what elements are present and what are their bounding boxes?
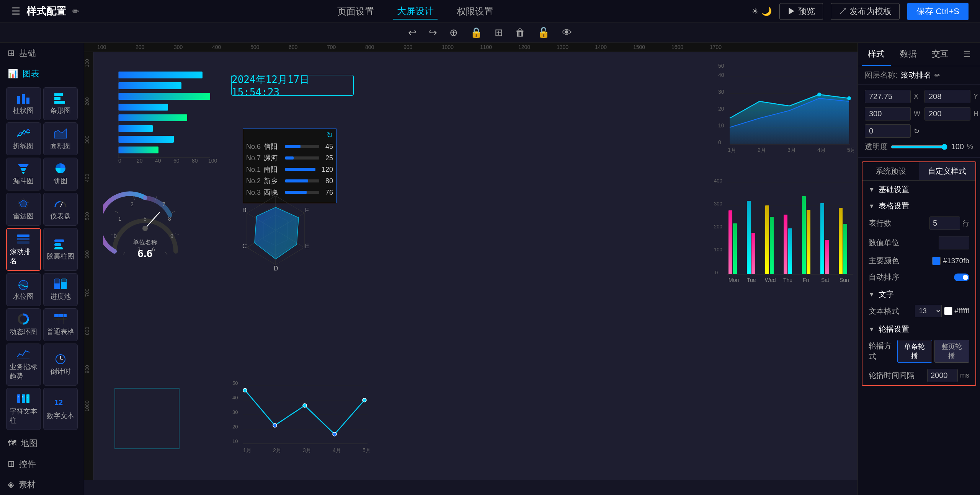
basic-label: 基础 [19, 47, 36, 59]
eye-icon[interactable]: 👁 [559, 25, 575, 40]
chart-btn-bar[interactable]: 柱状图 [6, 87, 41, 120]
tab-system-preset[interactable]: 系统预设 [862, 162, 919, 180]
widget-hbar-chart[interactable]: 0 20 40 60 80 100 [103, 64, 217, 182]
sidebar-item-control[interactable]: ⊞ 控件 [0, 454, 84, 474]
chart-btn-funnel[interactable]: 漏斗图 [6, 158, 41, 191]
svg-text:1700: 1700 [710, 44, 722, 50]
copy-icon[interactable]: ⊞ [492, 25, 506, 40]
chart-btn-radar[interactable]: 雷达图 [6, 193, 41, 226]
widget-datetime[interactable]: 2024年12月17日 15:54:23 [231, 75, 354, 96]
svg-text:3月: 3月 [303, 447, 311, 453]
layer-name-edit-icon[interactable]: ✏ [934, 71, 940, 80]
svg-text:1: 1 [118, 216, 121, 222]
widget-radar[interactable]: A F E D C B [235, 190, 315, 270]
text-color-swatch[interactable] [944, 307, 952, 315]
svg-text:200: 200 [84, 97, 90, 106]
chart-btn-area[interactable]: 面积图 [43, 122, 78, 155]
carousel-interval-input[interactable] [927, 369, 958, 382]
widget-line-chart[interactable]: 10 20 30 40 50 [231, 371, 369, 461]
opacity-label: 透明度 [865, 142, 888, 152]
chart-btn-line[interactable]: 折线图 [6, 122, 41, 155]
widget-grouped-bar[interactable]: 0 100 200 300 400 [713, 171, 854, 297]
line-label: 折线图 [13, 141, 34, 150]
chart-btn-pie[interactable]: 饼图 [43, 158, 78, 191]
delete-icon[interactable]: 🗑 [512, 25, 528, 40]
position-section: X Y W H 🔗 ↻ 透明度 100 % [858, 85, 980, 158]
chart-btn-table[interactable]: 普通表格 [43, 308, 78, 341]
publish-button[interactable]: ↗ 发布为模板 [831, 3, 900, 20]
chartext-label: 字符文本柱 [10, 407, 38, 425]
chart-btn-hbar[interactable]: 条形图 [43, 87, 78, 120]
add-icon[interactable]: ⊕ [446, 25, 461, 40]
svg-rect-74 [118, 104, 168, 111]
edit-icon[interactable]: ✏ [72, 7, 79, 16]
sun-icon[interactable]: ☀ [751, 7, 759, 16]
svg-rect-154 [728, 210, 732, 274]
sidebar-item-charts[interactable]: 📊 图表 [0, 64, 84, 84]
radar-label: 雷达图 [13, 212, 34, 221]
tab-permissions[interactable]: 权限设置 [453, 4, 497, 19]
svg-text:1300: 1300 [557, 44, 568, 50]
canvas-content[interactable]: 0 20 40 60 80 100 [93, 52, 858, 480]
sidebar-item-map[interactable]: 🗺 地图 [0, 433, 84, 454]
chart-btn-ring[interactable]: 动态环图 [6, 308, 41, 341]
svg-rect-163 [807, 210, 810, 274]
chart-btn-gauge[interactable]: 仪表盘 [43, 193, 78, 226]
unlock-icon[interactable]: 🔓 [534, 25, 553, 40]
refresh-icon[interactable]: ↻ [327, 130, 333, 140]
chart-btn-pool[interactable]: 进度池 [43, 273, 78, 306]
tab-screen-design[interactable]: 大屏设计 [393, 3, 438, 20]
panel-tab-data[interactable]: 数据 [894, 43, 923, 66]
chart-btn-capsule[interactable]: 胶囊柱图 [43, 228, 78, 271]
panel-tab-interaction[interactable]: 交互 [926, 43, 955, 66]
color-swatch[interactable] [932, 257, 941, 265]
chart-btn-numtext[interactable]: 12 数字文本 [43, 388, 78, 430]
opacity-unit: % [967, 143, 973, 151]
widget-empty-box[interactable] [114, 388, 180, 449]
sidebar-item-basic[interactable]: ⊞ 基础 [0, 43, 84, 64]
chart-btn-metric[interactable]: 业务指标趋势 [6, 344, 41, 386]
h-field[interactable] [924, 107, 970, 120]
svg-line-114 [165, 252, 167, 255]
auto-sort-toggle[interactable] [954, 274, 969, 281]
undo-icon[interactable]: ↩ [405, 25, 420, 40]
panel-tab-style[interactable]: 样式 [862, 43, 891, 66]
carousel-single-btn[interactable]: 单条轮播 [897, 340, 932, 363]
svg-text:300: 300 [84, 135, 90, 144]
svg-line-113 [175, 234, 179, 234]
save-button[interactable]: 保存 Ctrl+S [907, 3, 969, 20]
tab-page-settings[interactable]: 页面设置 [333, 4, 378, 19]
font-size-select[interactable]: 13 14 16 [915, 305, 942, 317]
moon-icon[interactable]: 🌙 [761, 7, 772, 16]
svg-text:8: 8 [168, 216, 171, 222]
widget-gauge[interactable]: 2 1 0 7 8 9 5 3 6 单位名称 6.6 [103, 186, 187, 270]
chart-btn-countdown[interactable]: 倒计时 [43, 344, 78, 386]
table-rows-input[interactable] [929, 217, 960, 230]
rank-row: No.1 南阳 120 [246, 165, 333, 174]
gauge-label: 仪表盘 [50, 212, 71, 221]
svg-text:300: 300 [174, 44, 183, 50]
rotate-field[interactable] [865, 124, 911, 138]
w-field[interactable] [865, 107, 911, 120]
preview-button[interactable]: ▶ 预览 [779, 3, 823, 20]
svg-text:40: 40 [155, 158, 161, 164]
svg-text:700: 700 [84, 288, 90, 297]
chart-btn-water[interactable]: 水位图 [6, 273, 41, 306]
y-field[interactable] [924, 90, 970, 103]
x-field[interactable] [865, 90, 911, 103]
numeric-unit-input[interactable] [939, 236, 969, 249]
tab-custom-style[interactable]: 自定义样式 [919, 162, 976, 180]
menu-icon[interactable]: ☰ [11, 5, 20, 17]
redo-icon[interactable]: ↪ [426, 25, 440, 40]
chart-btn-chartext[interactable]: A B C 字符文本柱 [6, 388, 41, 430]
panel-menu-icon[interactable]: ☰ [958, 44, 976, 65]
map-label: 地图 [21, 438, 38, 449]
carousel-multi-btn[interactable]: 整页轮播 [934, 340, 969, 363]
lock-icon[interactable]: 🔒 [467, 25, 485, 40]
svg-text:1100: 1100 [480, 44, 492, 50]
sidebar-item-material[interactable]: ◈ 素材 [0, 474, 84, 495]
widget-area-chart[interactable]: 0 10 20 30 40 50 [716, 60, 854, 167]
app-title: 样式配置 [26, 5, 66, 18]
chart-btn-rank[interactable]: 滚动排名 [6, 228, 41, 271]
opacity-slider[interactable] [891, 144, 947, 150]
